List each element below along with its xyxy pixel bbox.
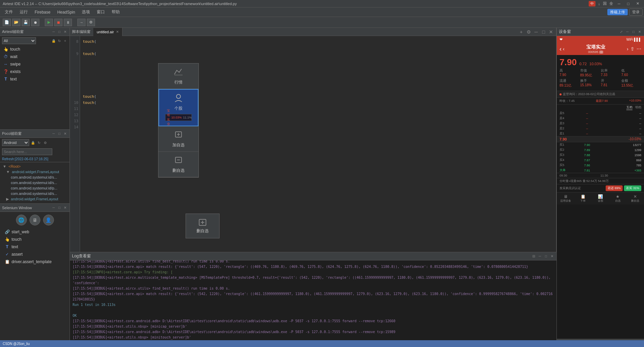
popup-item-remove-watchlist[interactable]: 删自选	[158, 152, 198, 177]
airtest-minimize-icon[interactable]: ─	[51, 30, 56, 34]
menu-firebase[interactable]: Firebase	[31, 9, 54, 15]
api-item-exists[interactable]: ❓ exists	[0, 68, 70, 75]
selenium-close-icon[interactable]: ✕	[63, 205, 68, 210]
tree-item-sysui3[interactable]: com.android.systemui:id/p...	[1, 185, 68, 191]
tab-watchlist[interactable]: ★ 自选	[609, 193, 626, 204]
open-file-btn[interactable]: 📂	[12, 19, 20, 26]
chart-tab-bright[interactable]: 明档	[635, 105, 641, 110]
editor-maximize-icon[interactable]: □	[541, 29, 547, 35]
selenium-screenshot-btn[interactable]: 🖥	[30, 215, 40, 225]
poco-platform-select[interactable]: Android	[2, 139, 29, 146]
poco-lock-icon[interactable]: 🔒	[31, 140, 35, 145]
airtest-filter-icon2[interactable]: ↻	[57, 38, 62, 43]
poco-search-input[interactable]	[2, 148, 52, 155]
upload-btn[interactable]: 推磁上传	[607, 9, 628, 15]
menu-headspin[interactable]: HeadSpin	[54, 9, 79, 15]
tree-label-sysui2: com.android.systemui:id/s...	[11, 181, 57, 185]
popup-item-add-watchlist[interactable]: 加自选	[158, 126, 198, 152]
tree-item-framelayout2[interactable]: ▶ android.widget.FrameLayout	[1, 196, 68, 202]
phone-nav-bar: ‹ ‹ 宝塔实业 000595 ⓢ › ⇧ ⋯	[557, 43, 644, 55]
tab-remove-watchlist[interactable]: ✕ 删自选	[627, 193, 644, 204]
menu-window[interactable]: 窗口	[93, 8, 108, 16]
selenium-web-btn[interactable]: 🌐	[16, 215, 27, 225]
editor-settings-icon[interactable]: ⚙	[526, 29, 532, 35]
chart-tab-five[interactable]: 五档	[626, 105, 632, 110]
api-item-swipe[interactable]: ↔ swipe	[0, 60, 70, 68]
selenium-minimize-icon[interactable]: ─	[51, 205, 56, 210]
tab-bar-bottom: 🖥 适用设备 📋 下单 📊 诊股 ★ 自选	[557, 192, 644, 204]
tree-item-root[interactable]: ▼ <Root>	[1, 164, 68, 169]
poco-refresh-label[interactable]: Refresh:[2022-06-03 17:16:25]	[0, 156, 70, 162]
log-filter-icon[interactable]: ⊟	[531, 254, 536, 259]
device-close-icon[interactable]: ✕	[637, 30, 642, 34]
editor-add-tab-btn[interactable]: +	[518, 29, 524, 35]
airtest-filter-select[interactable]: All	[2, 37, 36, 44]
login-btn[interactable]: 登录	[629, 8, 643, 16]
maximize-btn[interactable]: □	[625, 2, 631, 6]
selenium-api-start-web[interactable]: 🔗 start_web	[1, 228, 68, 236]
log-body[interactable]: [17:15:52][DEBUG]<airtest.core.api> Try …	[70, 260, 556, 347]
selenium-person-btn[interactable]: 👤	[43, 215, 54, 225]
poco-maximize-icon[interactable]: □	[57, 131, 62, 136]
airtest-close-icon[interactable]: ✕	[63, 30, 68, 34]
phone-nav-share[interactable]: ⇧	[630, 46, 634, 52]
tree-item-sysui2[interactable]: com.android.systemui:id/s...	[1, 180, 68, 185]
tab-diagnose[interactable]: 📊 诊股	[592, 193, 609, 204]
selenium-api-driver-assert[interactable]: 📋 driver.assert_template	[1, 258, 68, 266]
device-maximize-icon[interactable]: □	[631, 30, 636, 34]
editor-minimize-icon[interactable]: ─	[533, 29, 539, 35]
code-area[interactable]: touch( touch( touch( touch(	[80, 36, 556, 252]
minimize-btn[interactable]: ─	[616, 2, 623, 6]
tab-device[interactable]: 🖥 适用设备	[557, 193, 574, 204]
play-btn[interactable]: ▶	[45, 19, 53, 26]
device-minimize-icon[interactable]: ─	[625, 30, 630, 34]
selenium-maximize-icon[interactable]: □	[57, 205, 62, 210]
stop-btn[interactable]: ⏹	[54, 19, 62, 26]
tab-order[interactable]: 📋 下单	[574, 193, 591, 204]
poco-minimize-icon[interactable]: ─	[51, 131, 56, 136]
sell-btn[interactable]: 若还 69%	[606, 185, 623, 191]
airtest-maximize-icon[interactable]: □	[57, 30, 62, 34]
popup-item-stock[interactable]: 个股 宝塔实业 10.03% 11.1%	[158, 89, 198, 126]
log-minimize-icon[interactable]: ─	[537, 254, 542, 259]
editor-close-icon[interactable]: ✕	[548, 29, 554, 35]
airtest-filter-icon3[interactable]: +	[63, 38, 68, 43]
device-expand-icon[interactable]: ⤢	[619, 30, 624, 34]
api-item-text[interactable]: T text	[0, 75, 70, 83]
device-header-actions: ⤢ ─ □ ✕	[619, 30, 642, 34]
pause-btn[interactable]: ⏸	[64, 19, 72, 26]
settings-btn[interactable]: ⚙	[87, 19, 95, 26]
phone-nav-more[interactable]: ⋯	[637, 46, 641, 52]
menu-file[interactable]: 文件	[1, 8, 16, 16]
api-item-wait[interactable]: ⏱ wait	[0, 53, 70, 60]
log-close-icon[interactable]: ✕	[550, 254, 554, 259]
poco-close-icon[interactable]: ✕	[63, 131, 68, 136]
editor-tab-close-icon[interactable]: ✕	[116, 30, 119, 34]
poco-refresh-icon[interactable]: ↻	[37, 140, 41, 145]
phone-nav-back[interactable]: ‹	[560, 45, 562, 53]
tree-item-sysui1[interactable]: com.android.systemui:id/s...	[1, 175, 68, 180]
selenium-api-text[interactable]: T text	[1, 243, 68, 251]
airtest-filter-icon1[interactable]: 🔒	[51, 38, 56, 43]
menu-help[interactable]: 帮助	[108, 8, 123, 16]
menu-run[interactable]: 运行	[16, 8, 31, 16]
poco-settings-icon[interactable]: ⚙	[43, 140, 48, 145]
app-title: Airtest IDE v1.2.14 -- C:\Users\jieliu66…	[3, 2, 237, 6]
api-item-touch[interactable]: 👆 touch	[0, 45, 70, 53]
editor-tab-untitled[interactable]: untitled.air ✕	[93, 28, 122, 36]
popup-item-market[interactable]: 行情	[158, 63, 198, 89]
save-btn[interactable]: 💾	[22, 19, 30, 26]
tree-item-sysui4[interactable]: com.android.systemui:id/s...	[1, 191, 68, 196]
menu-options[interactable]: 选项	[78, 8, 93, 16]
record-btn[interactable]: ⏺	[31, 19, 39, 26]
phone-nav-next[interactable]: ›	[627, 46, 628, 52]
new-file-btn[interactable]: 📄	[3, 19, 11, 26]
step-btn[interactable]: →	[77, 19, 86, 26]
buy-btn[interactable]: 若买 31%	[624, 185, 641, 191]
close-btn[interactable]: ✕	[634, 1, 641, 6]
selenium-api-touch[interactable]: 👆 touch	[1, 236, 68, 243]
selenium-api-assert[interactable]: ✓ assert	[1, 251, 68, 258]
sell1-row: 卖1 -- --	[557, 131, 644, 136]
tree-item-framelayout1[interactable]: ▼ android.widget.FrameLayout	[1, 169, 68, 175]
log-maximize-icon[interactable]: □	[544, 254, 548, 259]
